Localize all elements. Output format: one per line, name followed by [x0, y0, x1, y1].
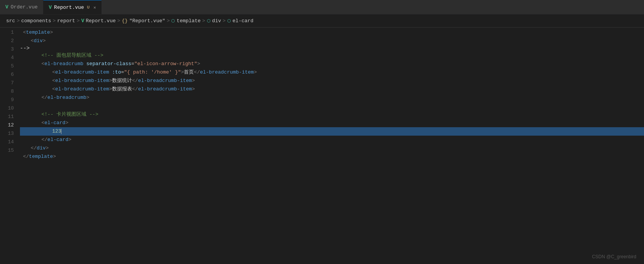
code-line-12[interactable]: 123: [20, 127, 644, 136]
bc-sep-2: >: [53, 18, 56, 24]
line-num-4: 4: [0, 54, 20, 62]
cursor: [61, 129, 61, 134]
line-num-14: 14: [0, 138, 20, 146]
tab-label-order: Order.vue: [11, 4, 38, 10]
bc-sep-4: >: [117, 18, 121, 24]
code-line-15: </template>: [20, 152, 644, 161]
code-line-2: <div>: [20, 37, 644, 45]
code-line-9: [20, 102, 644, 110]
line-num-6: 6: [0, 71, 20, 79]
bc-vue-icon: V: [81, 18, 84, 24]
vue-icon-order: V: [5, 4, 8, 10]
comment-breadcrumb: <!-- 面包层导航区域 -->: [41, 51, 103, 60]
bc-sep-3: >: [77, 18, 80, 24]
code-line-4: <el-breadcrumb separator-class="el-icon-…: [20, 60, 644, 68]
line-num-3: 3: [0, 45, 20, 54]
editor-area: 1 2 3 4 5 6 7 8 9 10 11 12 13 14 15 <tem…: [0, 28, 644, 264]
tab-close-button[interactable]: ✕: [93, 5, 96, 10]
bc-el-card-node[interactable]: el-card: [233, 18, 254, 24]
breadcrumb-bar: src > components > report > V Report.vue…: [0, 15, 644, 28]
bc-template-node[interactable]: template: [177, 18, 200, 24]
line-num-8: 8: [0, 87, 20, 96]
line-num-9: 9: [0, 96, 20, 104]
comment-card: <!-- 卡片视图区域 -->: [41, 110, 98, 119]
line-num-11: 11: [0, 113, 20, 121]
tag-template-open: template: [26, 28, 50, 37]
bc-div-node[interactable]: div: [212, 18, 221, 24]
code-line-10: <!-- 卡片视图区域 -->: [20, 110, 644, 119]
code-line-3: <!-- 面包层导航区域 -->: [20, 51, 644, 60]
bracket-close-1: >: [50, 28, 53, 37]
bc-sep-5: >: [167, 18, 170, 24]
tab-modified-indicator: U: [87, 5, 90, 10]
line-num-7: 7: [0, 79, 20, 87]
tab-bar: V Order.vue V Report.vue U ✕: [0, 0, 644, 15]
code-line-5: <el-breadcrumb-item :to="{ path: '/home'…: [20, 68, 644, 77]
bc-sep-7: >: [223, 18, 226, 24]
code-editor[interactable]: <template> <div> --> <!-- 面包层导航区域 --> <e…: [20, 28, 644, 264]
bc-el-card-icon: ⬡: [227, 18, 231, 23]
bracket-open-1: <: [23, 28, 26, 37]
bc-components[interactable]: components: [21, 18, 51, 24]
bc-src[interactable]: src: [6, 18, 15, 24]
bc-report-dir[interactable]: report: [57, 18, 75, 24]
line-num-5: 5: [0, 62, 20, 71]
vue-icon-report: V: [49, 5, 52, 10]
code-line-14: </div>: [20, 144, 644, 152]
code-line-11: <el-card>: [20, 119, 644, 127]
bc-template-icon: ⬡: [171, 18, 175, 23]
bc-report-vue-file[interactable]: Report.vue: [86, 18, 116, 24]
watermark: CSDN @C_greenbird: [592, 254, 636, 259]
tab-label-report: Report.vue: [54, 5, 84, 10]
code-line-1: <template>: [20, 28, 644, 37]
code-line-13: </el-card>: [20, 136, 644, 144]
bc-curly-icon: {}: [122, 18, 128, 24]
bc-div-icon: ⬡: [207, 18, 211, 23]
bc-sep-1: >: [17, 18, 20, 24]
bc-report-vue-obj[interactable]: "Report.vue": [129, 18, 165, 24]
code-line-6: <el-breadcrumb-item>数据统计</el-breadcrumb-…: [20, 77, 644, 85]
tab-order-vue[interactable]: V Order.vue: [0, 0, 43, 14]
code-line-7: <el-breadcrumb-item>数据报表</el-breadcrumb-…: [20, 85, 644, 93]
line-numbers: 1 2 3 4 5 6 7 8 9 10 11 12 13 14 15: [0, 28, 20, 264]
code-line-8: </el-breadcrumb>: [20, 93, 644, 102]
line-num-13: 13: [0, 130, 20, 138]
line-num-1: 1: [0, 28, 20, 37]
tab-report-vue[interactable]: V Report.vue U ✕: [43, 0, 102, 14]
code-value-123: 123: [52, 127, 61, 136]
line-num-12: 12: [0, 121, 20, 130]
bc-sep-6: >: [202, 18, 205, 24]
line-num-2: 2: [0, 37, 20, 45]
line-num-15: 15: [0, 146, 20, 155]
line-num-10: 10: [0, 104, 20, 113]
